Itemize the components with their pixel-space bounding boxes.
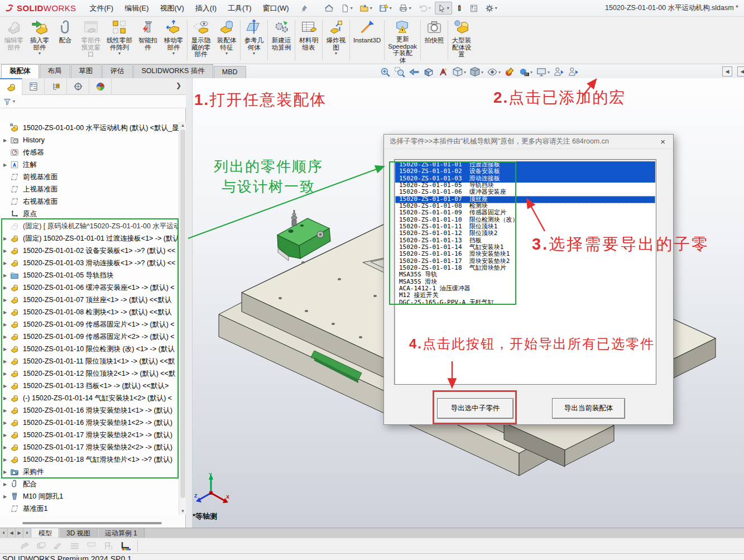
apply-scene-button[interactable]: ▾: [517, 65, 534, 79]
subparts-listbox[interactable]: 15020-ZS-01-01-01 过渡连接板15020-ZS-01-01-02…: [394, 159, 656, 385]
dialog-title-bar[interactable]: 选择子零件>>本插件由"机械导航网"原创，更多内容请关注 684room.cn …: [384, 135, 673, 149]
coordinate-system-icon[interactable]: [119, 541, 132, 551]
tree-scrollbar[interactable]: ▲ ▼: [179, 122, 186, 515]
edit-appearance-button[interactable]: [503, 65, 516, 79]
tab-草图[interactable]: 草图: [71, 64, 102, 78]
menu-item-1[interactable]: 编辑(E): [119, 1, 154, 16]
view-orientation-button[interactable]: ▾: [451, 65, 467, 79]
expand-arrow-icon[interactable]: ▶: [0, 408, 10, 413]
grid-icon[interactable]: [86, 541, 97, 551]
tab-MBD[interactable]: MBD: [214, 66, 246, 78]
tree-item[interactable]: ▶15020-ZS-01-01-02 设备安装板<1> ->? (默认) <<: [0, 245, 179, 257]
tree-item[interactable]: ▶15020-ZS-01-01-09 传感器固定片<2> -> (默认) <: [0, 331, 179, 343]
annotation-view-button[interactable]: [436, 65, 450, 79]
tree-item[interactable]: 原点: [0, 208, 179, 220]
expand-arrow-icon[interactable]: ▶: [0, 298, 10, 303]
tab-评估[interactable]: 评估: [102, 64, 133, 78]
design-binder-icon[interactable]: [36, 541, 47, 551]
tree-item[interactable]: 上视基准面: [0, 183, 179, 195]
zoom-fit-button[interactable]: [378, 65, 392, 79]
ribbon-button-move-component[interactable]: 移动零 部件▾: [161, 17, 186, 64]
previous-view-button[interactable]: [407, 65, 421, 79]
tree-item[interactable]: ▶15020-ZS-01-01-09 传感器固定片<1> -> (默认) <: [0, 318, 179, 331]
doc-tab-3D 视图[interactable]: 3D 视图: [59, 528, 98, 538]
doc-tab-运动算例 1[interactable]: 运动算例 1: [98, 528, 145, 538]
traffic-button[interactable]: [453, 1, 465, 15]
tree-item[interactable]: ▶采购件: [0, 466, 179, 478]
tab-scroll-first-button[interactable]: ⏴: [0, 528, 8, 538]
expand-arrow-icon[interactable]: ▶: [0, 470, 10, 475]
tree-item[interactable]: ▶15020-ZS-01-01-11 限位顶块1<1> -> (默认) <<默: [0, 355, 179, 367]
expand-arrow-icon[interactable]: ▶: [0, 248, 10, 253]
ribbon-button-exploded-view[interactable]: 爆炸视 图▾: [323, 17, 349, 64]
view-flag-icon[interactable]: [103, 541, 114, 551]
tree-item[interactable]: ▶M10 间隙孔1: [0, 490, 179, 502]
menu-item-5[interactable]: 窗口(W): [257, 1, 295, 16]
expand-arrow-icon[interactable]: ▶: [0, 359, 10, 364]
tree-item[interactable]: ▶注解: [0, 159, 179, 171]
tab-scroll-prev-button[interactable]: ◀: [8, 528, 16, 538]
panel-tab-displaymanager[interactable]: [89, 78, 112, 95]
expand-arrow-icon[interactable]: ▶: [0, 273, 10, 278]
expand-arrow-icon[interactable]: ▶: [0, 322, 10, 327]
tree-item[interactable]: 右视基准面: [0, 195, 179, 208]
doc-tab-模型[interactable]: 模型: [31, 528, 59, 538]
macro-person-button-1[interactable]: [552, 65, 565, 79]
ribbon-button-show-hidden[interactable]: 显示隐 藏的零 部件: [188, 17, 214, 64]
expand-arrow-icon[interactable]: ▶: [0, 445, 10, 450]
expand-arrow-icon[interactable]: ▶: [0, 162, 10, 167]
tree-item[interactable]: ▶15020-ZS-01-01-03 滑动连接板<1> ->? (默认) <<: [0, 257, 179, 269]
expand-arrow-icon[interactable]: ▶: [0, 384, 10, 389]
tree-item[interactable]: ▶15020-ZS-01-01-18 气缸滑块垫片<1> ->? (默认): [0, 453, 179, 466]
close-icon[interactable]: ×: [658, 137, 668, 146]
tree-item[interactable]: ▶15020-ZS-01-01-10 限位检测块 (改) <1> -> (默认: [0, 343, 179, 355]
expand-arrow-icon[interactable]: ▶: [0, 347, 10, 352]
ribbon-button-insert-part[interactable]: 插入零 部件▾: [27, 17, 52, 64]
panel-tab-overflow[interactable]: ❯: [171, 78, 186, 94]
tree-item[interactable]: ▶15020-ZS-01-01-16 滑块安装垫块1<1> -> (默认): [0, 404, 179, 417]
expand-arrow-icon[interactable]: ▶: [0, 236, 10, 241]
ribbon-button-bom[interactable]: 材料明 细表: [296, 17, 321, 64]
panel-tab-featuremanager[interactable]: [0, 78, 22, 95]
expand-arrow-icon[interactable]: ▶: [0, 482, 10, 487]
ribbon-button-snapshot[interactable]: 拍快照: [421, 17, 447, 64]
doc-new-button[interactable]: ▾: [338, 2, 356, 15]
panel-tab-configurations[interactable]: [45, 78, 67, 95]
tree-item[interactable]: ▶15020-ZS-01-01-16 滑块安装垫块1<2> -> (默认): [0, 417, 179, 429]
panel-tab-propertymanager[interactable]: [22, 78, 45, 95]
ribbon-button-mate[interactable]: 配合: [52, 17, 78, 64]
export-assembly-button[interactable]: 导出当前装配体: [552, 398, 625, 419]
ribbon-button-linear-pattern[interactable]: 线性零部 件阵列▾: [104, 17, 135, 64]
tree-item[interactable]: ▶15020-ZS-01-01-13 挡板<1> -> (默认) <<默认>: [0, 380, 179, 392]
ribbon-button-reference-geometry[interactable]: 参考几 何体▾: [241, 17, 267, 64]
expand-arrow-icon[interactable]: ▶: [0, 371, 10, 376]
subpart-list-item[interactable]: DGC-25-165-G-PPV-A 无杆气缸: [395, 299, 655, 307]
home-button[interactable]: [321, 1, 337, 15]
menu-item-0[interactable]: 文件(F): [84, 1, 119, 16]
collapse-panel-button[interactable]: ◀: [722, 66, 732, 76]
display-style-button[interactable]: ▾: [468, 65, 484, 79]
tab-布局[interactable]: 布局: [40, 64, 70, 78]
menu-item-3[interactable]: 插入(I): [190, 1, 222, 16]
tree-item[interactable]: ▶15020-ZS-01-01-05 导轨挡块: [0, 269, 179, 281]
tab-SOLIDWORKS 插件[interactable]: SOLIDWORKS 插件: [133, 64, 213, 78]
tree-item[interactable]: ▶15020-ZS-01-01-06 缓冲器安装座<1> -> (默认) <: [0, 281, 179, 294]
expand-arrow-icon[interactable]: ▶: [0, 310, 10, 315]
ribbon-button-motion-study[interactable]: 新建运 动算例: [268, 17, 294, 64]
tree-item[interactable]: ▶15020-ZS-01-01-08 检测块<1> -> (默认) <<默认: [0, 306, 179, 318]
expand-arrow-icon[interactable]: ▶: [0, 138, 10, 143]
tree-item[interactable]: (固定) [ 原码垛机Z轴^15020-ZS-01-01-00 水平运动: [0, 220, 179, 232]
tree-item[interactable]: ▶配合: [0, 478, 179, 490]
expand-arrow-icon[interactable]: ▶: [0, 457, 10, 462]
tree-item[interactable]: 基准面1: [0, 502, 179, 515]
panel-tab-dimxpert[interactable]: [67, 78, 89, 95]
ribbon-button-smart-fastener[interactable]: 智能扣 件: [135, 17, 161, 64]
tree-filter-row[interactable]: ▾: [0, 95, 186, 108]
expand-arrow-icon[interactable]: ▶: [0, 420, 10, 425]
view-settings-button[interactable]: ▾: [535, 65, 551, 79]
save-warn-button[interactable]: ▾: [376, 1, 395, 15]
ribbon-button-speedpak[interactable]: 更新 Speedpak 子装配 体: [385, 17, 420, 64]
ribbon-button-assembly-feature[interactable]: 装配体 特征▾: [214, 17, 239, 64]
tree-item[interactable]: ▶15020-ZS-01-01-07 顶丝座<1> -> (默认) <<默认: [0, 294, 179, 306]
ribbon-button-large-assembly[interactable]: 大型装 配体设 置: [449, 17, 474, 64]
